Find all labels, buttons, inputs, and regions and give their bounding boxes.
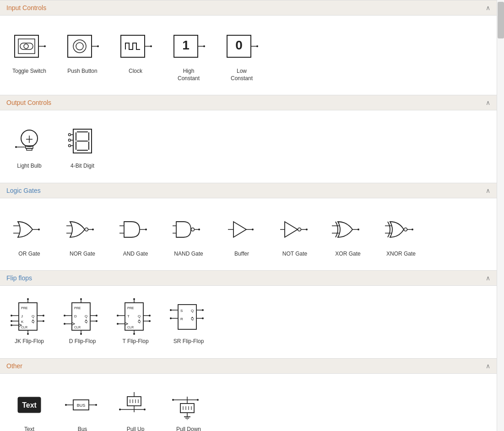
toggle-switch-icon	[11, 28, 48, 65]
low-constant-icon: 0	[223, 28, 260, 65]
four-bit-digit-label: 4-Bit Digit	[70, 163, 94, 170]
light-bulb-item[interactable]: Light Bulb	[7, 120, 51, 174]
high-constant-label: HighConstant	[178, 68, 200, 82]
or-gate-item[interactable]: OR Gate	[7, 207, 51, 262]
buffer-item[interactable]: Buffer	[220, 207, 264, 262]
and-gate-item[interactable]: AND Gate	[114, 207, 157, 262]
jk-flip-flop-label: JK Flip-Flop	[15, 338, 44, 345]
svg-text:D: D	[74, 314, 77, 318]
svg-text:Q̄: Q̄	[32, 320, 34, 324]
flip-flops-title: Flip flops	[6, 274, 32, 282]
flip-flops-chevron[interactable]: ∧	[486, 274, 490, 282]
svg-rect-1	[18, 39, 35, 54]
scrollbar-thumb[interactable]	[498, 2, 504, 38]
pull-up-item[interactable]: Pull Up	[114, 383, 157, 431]
flip-flops-content: PRE J Q K Q̄ CLR	[0, 286, 497, 358]
toggle-switch-item[interactable]: Toggle Switch	[7, 25, 51, 86]
svg-text:J: J	[21, 314, 23, 318]
xor-gate-item[interactable]: XOR Gate	[326, 207, 370, 262]
output-controls-title: Output Controls	[6, 99, 51, 106]
svg-point-5	[44, 45, 46, 47]
high-constant-item[interactable]: 1 HighConstant	[167, 25, 211, 86]
t-flip-flop-item[interactable]: PRE T Q Q̄ CLR	[114, 295, 157, 349]
clock-icon	[117, 28, 154, 65]
svg-point-93	[11, 320, 12, 322]
svg-point-60	[198, 229, 200, 230]
svg-point-156	[95, 404, 97, 406]
svg-point-51	[92, 229, 94, 230]
svg-text:CLR: CLR	[21, 326, 27, 329]
input-controls-title: Input Controls	[6, 4, 46, 11]
push-button-label: Push Button	[67, 68, 97, 75]
svg-point-10	[97, 45, 99, 47]
svg-point-28	[15, 146, 17, 148]
svg-text:Q̄: Q̄	[85, 320, 87, 324]
nor-gate-label: NOR Gate	[70, 251, 95, 258]
pull-up-icon	[117, 387, 154, 423]
sr-flip-flop-item[interactable]: S Q R Q̄	[167, 295, 211, 349]
four-bit-digit-item[interactable]: 4-Bit Digit	[60, 120, 104, 174]
svg-point-47	[85, 228, 88, 231]
high-constant-icon: 1	[170, 28, 207, 65]
text-item[interactable]: Text Text	[7, 383, 51, 431]
svg-point-46	[38, 229, 40, 230]
svg-point-131	[117, 323, 119, 325]
other-title: Other	[6, 362, 22, 370]
logic-gates-header[interactable]: Logic Gates ∧	[0, 183, 497, 198]
jk-flip-flop-icon: PRE J Q K Q̄ CLR	[11, 299, 48, 335]
other-header[interactable]: Other ∧	[0, 358, 497, 374]
svg-point-37	[69, 134, 71, 136]
sr-flip-flop-label: SR Flip-Flop	[173, 338, 204, 345]
flip-flops-header[interactable]: Flip flops ∧	[0, 270, 497, 286]
svg-point-146	[202, 309, 204, 311]
and-gate-label: AND Gate	[123, 251, 148, 258]
other-content: Text Text BUS	[0, 374, 497, 431]
xnor-gate-item[interactable]: XNOR Gate	[379, 207, 423, 262]
pull-down-item[interactable]: Pull Down	[167, 383, 211, 431]
push-button-item[interactable]: Push Button	[60, 25, 104, 86]
svg-text:PRE: PRE	[21, 306, 28, 310]
svg-text:Q: Q	[138, 314, 141, 318]
svg-marker-65	[285, 222, 298, 237]
scrollbar[interactable]	[497, 0, 504, 431]
bus-item[interactable]: BUS Bus	[60, 383, 104, 431]
svg-point-8	[76, 43, 83, 50]
nor-gate-item[interactable]: NOR Gate	[60, 207, 104, 262]
not-gate-item[interactable]: NOT Gate	[273, 207, 317, 262]
svg-text:Q: Q	[85, 314, 87, 318]
svg-point-17	[203, 45, 205, 47]
svg-point-91	[11, 315, 12, 316]
clock-item[interactable]: Clock	[114, 25, 157, 86]
d-flip-flop-label: D Flip-Flop	[69, 338, 96, 345]
not-gate-icon	[276, 211, 313, 248]
svg-point-109	[80, 333, 82, 335]
svg-point-111	[64, 315, 65, 316]
svg-text:Text: Text	[22, 401, 37, 409]
svg-point-55	[145, 229, 147, 230]
svg-point-7	[73, 40, 86, 53]
text-icon: Text	[11, 387, 48, 423]
t-flip-flop-label: T Flip-Flop	[122, 338, 148, 345]
low-constant-item[interactable]: 0 LowConstant	[220, 25, 264, 86]
svg-point-78	[412, 229, 413, 230]
xnor-gate-icon	[383, 211, 419, 248]
nand-gate-item[interactable]: NAND Gate	[167, 207, 211, 262]
other-chevron[interactable]: ∧	[486, 362, 490, 370]
logic-gates-chevron[interactable]: ∧	[486, 187, 490, 194]
svg-point-115	[96, 315, 98, 316]
svg-point-64	[252, 229, 254, 230]
output-controls-chevron[interactable]: ∧	[486, 99, 490, 106]
svg-rect-6	[68, 35, 92, 57]
svg-point-87	[27, 298, 29, 300]
logic-gates-content: OR Gate NOR G	[0, 198, 497, 271]
input-controls-header[interactable]: Input Controls ∧	[0, 0, 497, 16]
svg-marker-61	[233, 222, 246, 237]
input-controls-chevron[interactable]: ∧	[486, 4, 490, 11]
jk-flip-flop-item[interactable]: PRE J Q K Q̄ CLR	[7, 295, 51, 349]
t-flip-flop-icon: PRE T Q Q̄ CLR	[117, 299, 154, 335]
svg-point-144	[170, 317, 172, 319]
svg-point-89	[27, 333, 29, 335]
output-controls-header[interactable]: Output Controls ∧	[0, 95, 497, 110]
not-gate-label: NOT Gate	[282, 251, 307, 258]
d-flip-flop-item[interactable]: PRE D Q Q̄ CLR	[60, 295, 104, 349]
